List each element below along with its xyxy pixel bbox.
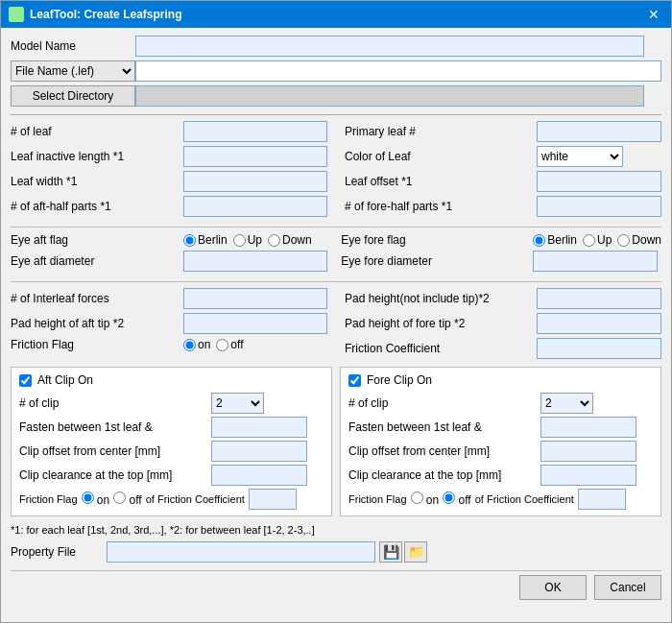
friction-off-label[interactable]: off: [216, 338, 243, 351]
fore-friction-off-radio[interactable]: [443, 491, 455, 504]
pad-notip-row: Pad height(not include tip)*2 0.1,0.1: [345, 288, 661, 309]
aft-friction-coeff-input[interactable]: 0.1: [249, 489, 297, 510]
property-label: Property File: [11, 545, 107, 559]
eye-aft-down-radio[interactable]: [268, 234, 280, 247]
aft-clip-title: Aft Clip On: [37, 373, 93, 387]
model-name-input[interactable]: LEAFSPRING__1: [135, 36, 644, 57]
eye-fore-diameter-input[interactable]: 40: [533, 251, 658, 272]
eye-fore-down-radio[interactable]: [617, 234, 630, 247]
property-icons: 💾 📁: [379, 541, 427, 563]
fore-clip-checkbox[interactable]: [348, 374, 361, 387]
property-save-button[interactable]: 💾: [379, 541, 402, 563]
aft-offset-row: Clip offset from center [mm] 300,120: [19, 441, 324, 462]
aft-clip-checkbox[interactable]: [19, 374, 32, 387]
field-label-2: Leaf width *1: [11, 175, 183, 188]
eye-aft-diameter-row: Eye aft diameter 50: [11, 251, 341, 272]
color-of-leaf-select[interactable]: white red blue green yellow: [537, 146, 623, 167]
aft-clip-num-select[interactable]: 2134: [211, 393, 264, 414]
eye-section: Eye aft flag Berlin Up Down: [11, 233, 661, 276]
friction-on-label[interactable]: on: [183, 338, 210, 351]
select-directory-button[interactable]: Select Directory: [11, 85, 135, 107]
eye-aft-diameter-label: Eye aft diameter: [11, 254, 183, 268]
interleaf-forces-input[interactable]: 3: [183, 288, 327, 309]
friction-on-radio[interactable]: [183, 339, 196, 351]
friction-coeff-input[interactable]: 0.1: [537, 338, 661, 359]
bottom-note: *1: for each leaf [1st, 2nd, 3rd,...], *…: [11, 524, 661, 536]
eye-aft-flag-row: Eye aft flag Berlin Up Down: [11, 233, 341, 247]
fore-friction-coeff-input[interactable]: 0.1: [578, 489, 626, 510]
fore-clip-num-select[interactable]: 2134: [540, 393, 593, 414]
eye-aft-berlin-label[interactable]: Berlin: [183, 233, 228, 247]
fore-clip-header: Fore Clip On: [348, 373, 653, 387]
aft-offset-input[interactable]: 300,120: [211, 441, 307, 462]
fore-friction-off-label[interactable]: off: [443, 491, 470, 507]
close-button[interactable]: ✕: [644, 7, 663, 22]
fore-fasten-input[interactable]: 2,3: [540, 417, 636, 438]
field-input-3[interactable]: 10,8,6: [183, 196, 327, 217]
eye-aft-down-label[interactable]: Down: [268, 233, 312, 247]
eye-aft-up-radio[interactable]: [233, 234, 246, 247]
cancel-button[interactable]: Cancel: [594, 575, 661, 600]
property-folder-button[interactable]: 📁: [404, 541, 427, 563]
eye-fore-berlin-radio[interactable]: [533, 234, 545, 247]
field-label-0: # of leaf: [11, 125, 183, 138]
aft-friction-on-radio[interactable]: [82, 491, 94, 504]
pad-fore-tip-input[interactable]: 0.1,2.5: [537, 313, 661, 334]
eye-fore-radio-group: Berlin Up Down: [533, 233, 661, 247]
aft-friction-row: Friction Flag on off of Friction Coeffic…: [19, 489, 324, 510]
friction-off-radio[interactable]: [216, 339, 228, 351]
fore-friction-on-radio[interactable]: [411, 491, 423, 504]
field-input-1[interactable]: 110,110,110: [183, 146, 327, 167]
file-name-input[interactable]: demo_og.lef: [135, 60, 661, 82]
interleaf-forces-row: # of Interleaf forces 3: [11, 288, 345, 309]
property-input[interactable]: [107, 541, 375, 563]
field-label-r3: # of fore-half parts *1: [345, 200, 537, 213]
field-input-2[interactable]: 60,60,60: [183, 171, 327, 192]
pad-notip-input[interactable]: 0.1,0.1: [537, 288, 661, 309]
field-row-r2: Leaf offset *1 0,12.5,25: [345, 171, 661, 192]
file-name-dropdown[interactable]: File Name (.lef): [11, 60, 135, 82]
aft-clip-header: Aft Clip On: [19, 373, 324, 387]
fore-clip-num-label: # of clip: [348, 396, 540, 410]
aft-clearance-row: Clip clearance at the top [mm] 2, 5: [19, 465, 324, 486]
fore-offset-input[interactable]: 300,120: [540, 441, 636, 462]
interleaf-right: Pad height(not include tip)*2 0.1,0.1 Pa…: [345, 288, 661, 363]
fore-clearance-input[interactable]: 2, 5: [540, 465, 636, 486]
save-icon: 💾: [383, 544, 399, 560]
eye-aft-flag-label: Eye aft flag: [11, 233, 183, 247]
field-label-r1: Color of Leaf: [345, 150, 537, 163]
eye-aft-radio-group: Berlin Up Down: [183, 233, 312, 247]
friction-flag-radio-group: on off: [183, 338, 243, 351]
eye-aft-up-label[interactable]: Up: [233, 233, 262, 247]
fore-fasten-label: Fasten between 1st leaf &: [348, 420, 540, 434]
field-input-r0[interactable]: 1: [537, 121, 661, 142]
eye-fore-berlin-label[interactable]: Berlin: [533, 233, 577, 247]
interleaf-section: # of Interleaf forces 3 Pad height of af…: [11, 288, 661, 363]
fore-offset-label: Clip offset from center [mm]: [348, 444, 540, 458]
field-row-3: # of aft-half parts *1 10,8,6: [11, 196, 345, 217]
model-name-label: Model Name: [11, 39, 135, 53]
ok-button[interactable]: OK: [519, 575, 587, 600]
aft-clearance-label: Clip clearance at the top [mm]: [19, 468, 211, 482]
field-input-0[interactable]: 3: [183, 121, 327, 142]
friction-flag-row: Friction Flag on off: [11, 338, 345, 351]
eye-fore-flag-label: Eye fore flag: [341, 233, 533, 247]
interleaf-forces-label: # of Interleaf forces: [11, 292, 183, 305]
aft-fasten-input[interactable]: 2,3: [211, 417, 307, 438]
aft-friction-on-label[interactable]: on: [82, 491, 110, 507]
fore-friction-on-label[interactable]: on: [411, 491, 440, 507]
eye-fore-up-radio[interactable]: [583, 234, 595, 247]
eye-aft-diameter-input[interactable]: 50: [183, 251, 327, 272]
aft-friction-off-label[interactable]: off: [113, 491, 141, 507]
aft-clearance-input[interactable]: 2, 5: [211, 465, 307, 486]
aft-fasten-row: Fasten between 1st leaf & 2,3: [19, 417, 324, 438]
field-input-r2[interactable]: 0,12.5,25: [537, 171, 661, 192]
field-label-r2: Leaf offset *1: [345, 175, 537, 188]
eye-aft-berlin-radio[interactable]: [183, 234, 196, 247]
pad-aft-tip-input[interactable]: 0.1,2.5: [183, 313, 327, 334]
directory-input[interactable]: [135, 85, 644, 107]
field-input-r3[interactable]: 10,8,6: [537, 196, 661, 217]
aft-friction-off-radio[interactable]: [113, 491, 126, 504]
eye-fore-down-label[interactable]: Down: [617, 233, 661, 247]
eye-fore-up-label[interactable]: Up: [583, 233, 612, 247]
